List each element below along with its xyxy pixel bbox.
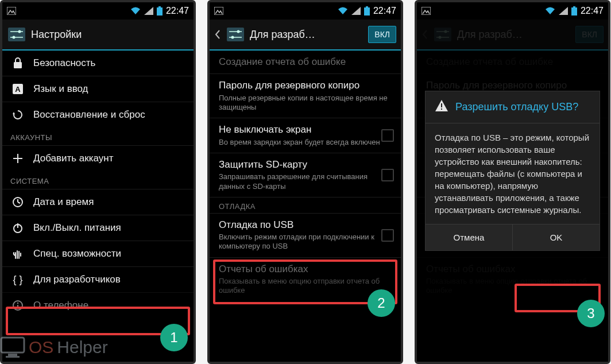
row-about[interactable]: О телефоне	[2, 292, 194, 318]
signal-icon	[351, 7, 361, 15]
svg-text:{ }: { }	[13, 274, 22, 285]
svg-text:A: A	[15, 85, 21, 94]
dialog-title: Разрешить отладку USB?	[426, 91, 600, 123]
actionbar-title: Для разраб…	[250, 29, 363, 41]
status-time: 22:47	[166, 6, 189, 16]
category-debug: ОТЛАДКА	[210, 197, 401, 213]
row-label: О телефоне	[33, 300, 88, 311]
status-bar: 22:47	[2, 2, 194, 20]
svg-point-22	[17, 303, 19, 304]
row-add-account[interactable]: Добавить аккаунт	[2, 145, 194, 171]
opt-stay-awake[interactable]: Не выключать экран Во время зарядки экра…	[210, 118, 401, 153]
opt-backup-password[interactable]: Пароль для резервного копиро Полные резе…	[210, 73, 401, 118]
usb-debug-dialog: Разрешить отладку USB? Отладка по USB – …	[425, 91, 600, 251]
opt-secondary: Включить режим отладки при подключении к…	[219, 233, 392, 251]
hand-icon	[10, 248, 25, 260]
opt-primary: Отладка по USB	[219, 219, 392, 231]
checkbox[interactable]	[381, 169, 394, 181]
svg-rect-44	[441, 109, 442, 110]
svg-point-8	[13, 36, 16, 39]
gallery-icon	[7, 7, 16, 15]
signal-icon	[144, 7, 153, 15]
master-toggle[interactable]: ВКЛ	[368, 26, 396, 43]
row-power[interactable]: Вкл./Выкл. питания	[2, 215, 194, 241]
row-datetime[interactable]: Дата и время	[2, 189, 194, 215]
gallery-icon	[421, 7, 431, 15]
restore-icon	[10, 109, 25, 121]
status-time: 22:47	[373, 6, 396, 16]
row-accessibility[interactable]: Спец. возможности	[2, 241, 194, 266]
svg-marker-1	[144, 7, 153, 15]
step-badge-3: 3	[577, 300, 605, 327]
status-bar: 22:47	[210, 2, 401, 20]
settings-icon	[7, 25, 26, 44]
dialog-actions: Отмена OK	[426, 224, 600, 250]
svg-rect-9	[14, 62, 22, 68]
svg-marker-12	[13, 112, 15, 114]
wifi-icon	[545, 7, 555, 15]
back-icon[interactable]	[214, 19, 221, 50]
step-badge-1: 1	[160, 324, 188, 351]
step-badge-2: 2	[368, 289, 395, 317]
row-label: Для разработчиков	[33, 274, 121, 285]
svg-rect-27	[364, 7, 370, 16]
wifi-icon	[130, 7, 141, 15]
row-security[interactable]: Безопасность	[2, 51, 194, 76]
svg-rect-2	[158, 6, 161, 7]
row-language[interactable]: A Язык и ввод	[2, 76, 194, 102]
section-header-accounts: АККАУНТЫ	[2, 127, 194, 145]
svg-point-31	[237, 30, 240, 33]
opt-bugreport[interactable]: Создание отчета об ошибке	[210, 51, 401, 73]
power-icon	[10, 222, 25, 234]
dialog-title-text: Разрешить отладку USB?	[455, 101, 578, 113]
action-bar: Для разраб… ВКЛ	[210, 20, 401, 51]
opt-secondary: Запрашивать разрешение для считывания да…	[219, 172, 392, 191]
checkbox[interactable]	[381, 129, 394, 142]
section-header-system: СИСТЕМА	[2, 171, 194, 189]
dialog-cancel-button[interactable]: Отмена	[426, 224, 513, 250]
svg-point-32	[231, 36, 234, 39]
language-icon: A	[10, 83, 25, 95]
settings-list[interactable]: Безопасность A Язык и ввод Восстановлени…	[2, 51, 194, 362]
phone-screen-1: 22:47 Настройки Безопасность	[0, 0, 196, 364]
status-time: 22:47	[581, 6, 604, 16]
opt-secondary: Показывать в меню опцию отправки отчета …	[219, 277, 392, 296]
svg-marker-34	[559, 7, 568, 15]
svg-rect-36	[571, 7, 577, 16]
row-label: Дата и время	[33, 196, 94, 208]
warning-icon	[435, 99, 448, 115]
svg-marker-25	[351, 7, 361, 15]
opt-primary: Отчеты об ошибках	[219, 264, 392, 275]
opt-protect-sd[interactable]: Защитить SD-карту Запрашивать разрешение…	[210, 153, 401, 197]
svg-rect-35	[573, 6, 575, 7]
info-icon	[10, 300, 25, 311]
action-bar: Настройки	[2, 20, 194, 51]
svg-rect-26	[366, 6, 368, 7]
svg-rect-28	[227, 28, 244, 41]
row-label: Язык и ввод	[33, 83, 88, 95]
settings-icon	[226, 25, 245, 44]
row-label: Безопасность	[33, 57, 95, 69]
battery-icon	[157, 6, 163, 16]
opt-usb-debug[interactable]: Отладка по USB Включить режим отладки пр…	[210, 213, 401, 257]
plus-icon	[10, 153, 25, 164]
row-backup-reset[interactable]: Восстановление и сброс	[2, 102, 194, 127]
opt-primary: Создание отчета об ошибке	[219, 56, 392, 68]
signal-icon	[559, 7, 568, 15]
row-label: Спец. возможности	[33, 248, 121, 260]
opt-primary: Пароль для резервного копиро	[219, 80, 392, 91]
opt-secondary: Полные резервные копии в настоящее время…	[219, 94, 392, 113]
phone-screen-2: 22:47 Для разраб… ВКЛ Создание отчета об…	[207, 0, 403, 364]
dialog-ok-button[interactable]: OK	[513, 224, 600, 250]
dialog-body: Отладка по USB – это режим, который позв…	[426, 123, 600, 224]
svg-point-7	[18, 30, 21, 33]
svg-rect-3	[157, 7, 163, 16]
opt-secondary: Во время зарядки экран будет всегда вклю…	[219, 138, 392, 147]
opt-primary: Защитить SD-карту	[219, 159, 392, 171]
developer-options-list[interactable]: Создание отчета об ошибке Пароль для рез…	[210, 51, 401, 362]
opt-primary: Не выключать экран	[219, 124, 392, 135]
row-label: Восстановление и сброс	[33, 109, 145, 121]
braces-icon: { }	[10, 274, 25, 285]
checkbox[interactable]	[381, 229, 394, 242]
row-developer[interactable]: { } Для разработчиков	[2, 266, 194, 292]
